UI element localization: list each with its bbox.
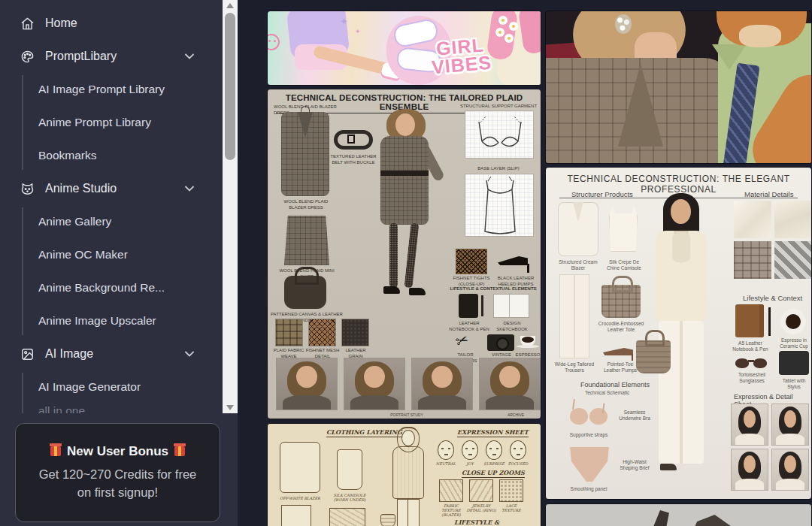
avatar-body — [776, 479, 804, 491]
heading-zooms: CLOSE UP ZOOMS — [462, 469, 525, 478]
label-camisole: SILK CAMISOLE (WORN UNDER) — [329, 493, 370, 502]
label-expression-0: NEUTRAL — [435, 461, 457, 466]
label-straps: Supportive straps — [564, 432, 614, 438]
blazer-shape — [281, 112, 329, 196]
portrait-thumb — [731, 404, 768, 446]
slip-line-art — [465, 174, 535, 237]
prompt-library-subgroup: AI Image Prompt Library Anime Prompt Lib… — [0, 73, 223, 172]
sidebar-item-anime-background-remover[interactable]: Anime Background Re... — [0, 271, 223, 304]
anime-studio-subgroup: Anime Gallery Anime OC Maker Anime Backg… — [0, 205, 223, 337]
scroll-down-arrow-icon — [226, 405, 234, 410]
handbag-shape — [284, 276, 326, 309]
chevron-down-icon[interactable] — [185, 186, 194, 192]
sidebar-item-anime-gallery[interactable]: Anime Gallery — [0, 205, 223, 238]
sunglasses-shape — [735, 358, 768, 369]
scrollbar-up-button[interactable] — [223, 0, 238, 11]
sidebar-item-anime-oc-maker[interactable]: Anime OC Maker — [0, 238, 223, 271]
label-belt: TEXTURED LEATHER BELT WITH BUCKLE — [329, 154, 377, 165]
camisole-shape — [609, 205, 638, 252]
sub-foundation: Technical Schematic — [585, 390, 645, 396]
gallery-item-sketch-board[interactable]: CLOTHING LAYERING OFF-WHITE BLAZER SILK … — [267, 423, 541, 526]
scrollbar-down-button[interactable] — [223, 402, 238, 413]
sidebar-item-bookmarks[interactable]: Bookmarks — [0, 139, 223, 172]
gallery-item-shoes[interactable] — [545, 503, 812, 526]
expression-face-sketch — [510, 440, 526, 460]
daisy-icon — [498, 16, 508, 25]
label-slip-sketch: BASE LAYER (SLIP) — [459, 166, 538, 172]
sidebar-item-label: Home — [45, 17, 77, 30]
label-sunglasses: Tortoiseshell Sunglasses — [731, 372, 773, 385]
sidebar-item-anime-image-upscaler[interactable]: Anime Image Upscaler — [0, 304, 223, 337]
tablet-shape — [779, 351, 809, 375]
portrait-thumb — [731, 449, 768, 491]
sidebar-item-ai-image-prompt-library[interactable]: AI Image Prompt Library — [0, 73, 223, 106]
crocodile-swatch — [734, 241, 771, 279]
label-pumps: BLACK LEATHER HEELED PUMPS — [495, 276, 537, 287]
avatar-body — [735, 479, 764, 491]
pen-shape — [481, 295, 483, 316]
fox-muzzle-shape — [739, 25, 781, 47]
heading-expression: EXPRESSION SHEET — [457, 428, 529, 437]
label-expression-3: FOCUSED — [507, 461, 529, 466]
avatar-body — [776, 434, 804, 446]
model-leg-shape — [404, 223, 420, 289]
model-handbag-shape — [636, 340, 671, 373]
sidebar-item-anime-prompt-library[interactable]: Anime Prompt Library — [0, 106, 223, 139]
gallery-item-plaid-board[interactable]: TECHNICAL DECONSTRUCTION: THE TAILORED P… — [267, 89, 541, 419]
satin-swatch — [774, 201, 812, 238]
sidebar-item-label: PromptLibary — [45, 50, 117, 63]
model-belt-shape — [380, 171, 429, 176]
heel-shape — [693, 515, 732, 526]
model-dress-shape — [380, 136, 429, 225]
sidebar-item-anime-studio[interactable]: Anime Studio — [0, 172, 223, 205]
belt-buckle-shape — [347, 135, 355, 144]
scrollbar-thumb[interactable] — [225, 13, 235, 160]
gallery-item-elegant-board[interactable]: TECHNICAL DECONSTRUCTION: THE ELEGANT PR… — [545, 167, 812, 500]
espresso-cup-shape — [780, 309, 806, 334]
sidebar-item-ai-image[interactable]: AI Image — [0, 337, 223, 370]
model-shoe-shape — [660, 464, 677, 470]
bra-line-art — [465, 111, 535, 159]
slip-sketch-card — [465, 174, 534, 237]
gallery-item-girl-vibes[interactable]: ✦ ✦ GIRL VIBES — [267, 11, 541, 86]
sidebar: Home PromptLibary AI Image Prompt Librar… — [0, 0, 238, 526]
bonus-body: Get 120~270 Credits for free on first si… — [39, 466, 197, 502]
new-user-bonus-card[interactable]: New User Bonus Get 120~270 Credits for f… — [15, 423, 220, 522]
sidebar-item-prompt-library[interactable]: PromptLibary — [0, 40, 223, 73]
sidebar-item-home[interactable]: Home — [0, 7, 223, 40]
model-face-shape — [395, 113, 415, 136]
heading-materials: Material Details — [744, 190, 793, 198]
avatar-face — [499, 366, 520, 388]
label-notebook: A5 Leather Notebook & Pen — [729, 340, 771, 353]
sidebar-scrollbar[interactable] — [223, 0, 238, 413]
sidebar-item-ai-image-generator[interactable]: AI Image Generator — [0, 370, 223, 404]
label-blazer-bottom: WOOL BLEND PLAID BLAZER DRESS — [275, 199, 337, 210]
blazer-sketch-shape — [280, 442, 320, 493]
heel-shape — [651, 510, 681, 526]
label-espresso: Espresso in Ceramic Cup — [776, 337, 812, 350]
daisy-icon — [509, 22, 518, 31]
footer-label-right: ARCHIVE — [493, 413, 538, 417]
label-tote: Crocodile-Embossed Leather Tote — [595, 321, 647, 334]
avatar-face — [296, 366, 317, 388]
sidebar-item-all-in-one[interactable]: all in one — [0, 404, 223, 413]
label-blazer: OFF-WHITE BLAZER — [277, 496, 323, 500]
heading-foundation: Foundational Elements — [580, 381, 650, 388]
label-bra: Seamless Underwire Bra — [615, 410, 654, 422]
girl-vibes-word-2: VIBES — [431, 53, 492, 77]
chevron-down-icon[interactable] — [185, 53, 194, 59]
label-notebook: LEATHER NOTEBOOK & PEN — [448, 321, 490, 332]
cat-icon — [20, 182, 35, 196]
chevron-down-icon[interactable] — [185, 351, 194, 357]
plaid-weave-swatch — [275, 319, 303, 346]
label-panel: Smoothing panel — [564, 486, 614, 492]
gallery-item-fox-selfie[interactable] — [545, 11, 812, 164]
pen-shape — [768, 307, 771, 336]
avatar-face — [432, 366, 452, 388]
cream-blazer-shape — [558, 202, 598, 256]
smiley-icon — [267, 34, 280, 50]
portrait-thumb — [771, 404, 809, 446]
flower-earring-shape — [615, 14, 632, 34]
expression-face-sketch — [438, 440, 454, 460]
girl-vibes-title: GIRL VIBES — [429, 36, 492, 77]
